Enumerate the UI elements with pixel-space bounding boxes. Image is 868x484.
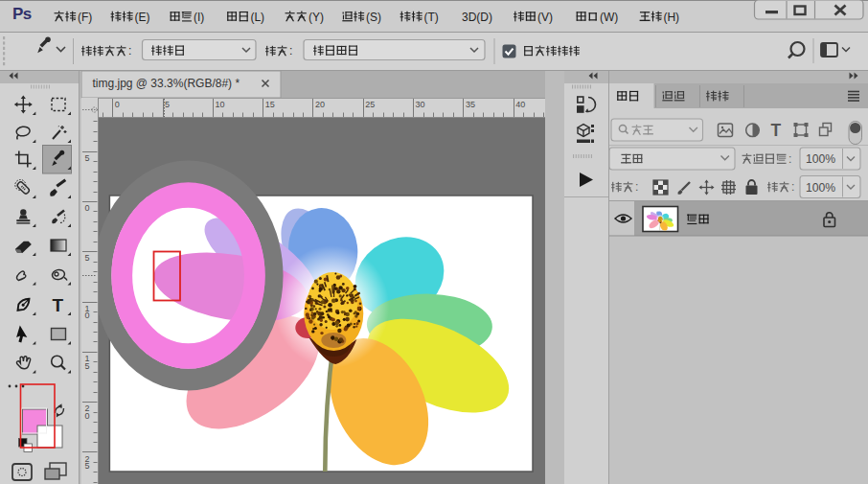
svg-text:0: 0 bbox=[85, 311, 90, 320]
svg-text:25: 25 bbox=[365, 100, 375, 109]
svg-text:0: 0 bbox=[85, 203, 90, 213]
svg-text:0: 0 bbox=[85, 411, 90, 421]
svg-text:(W): (W) bbox=[600, 11, 618, 24]
svg-text:5: 5 bbox=[85, 461, 90, 471]
svg-text:5: 5 bbox=[85, 253, 90, 263]
svg-text:Ps: Ps bbox=[12, 5, 32, 23]
svg-text:(F): (F) bbox=[78, 11, 92, 24]
svg-text:5: 5 bbox=[85, 153, 90, 163]
svg-text::: : bbox=[788, 152, 791, 166]
svg-text:(V): (V) bbox=[537, 11, 553, 24]
svg-text:10: 10 bbox=[215, 100, 224, 109]
svg-text:30: 30 bbox=[416, 100, 425, 109]
svg-text::: : bbox=[635, 180, 638, 194]
svg-text:35: 35 bbox=[466, 100, 475, 109]
svg-text:15: 15 bbox=[265, 100, 275, 109]
svg-text::: : bbox=[128, 44, 131, 58]
svg-text:0: 0 bbox=[115, 100, 120, 109]
svg-text:(H): (H) bbox=[663, 11, 679, 24]
svg-text:40: 40 bbox=[515, 100, 525, 109]
svg-text:(I): (I) bbox=[194, 11, 204, 24]
svg-text::: : bbox=[791, 180, 794, 194]
svg-text:3D(D): 3D(D) bbox=[462, 11, 492, 24]
svg-text:100%: 100% bbox=[806, 181, 835, 195]
svg-text:20: 20 bbox=[315, 100, 325, 109]
svg-text:(L): (L) bbox=[250, 11, 264, 24]
svg-text:timg.jpg @ 33.3%(RGB/8#) *: timg.jpg @ 33.3%(RGB/8#) * bbox=[93, 77, 240, 90]
svg-text:T: T bbox=[771, 121, 782, 140]
svg-text:(T): (T) bbox=[423, 11, 438, 24]
svg-text:100%: 100% bbox=[806, 152, 835, 166]
svg-text:(E): (E) bbox=[134, 11, 149, 24]
svg-text:(S): (S) bbox=[366, 11, 381, 24]
svg-text:(Y): (Y) bbox=[308, 11, 324, 24]
svg-text:5: 5 bbox=[85, 361, 90, 371]
svg-text::: : bbox=[289, 44, 292, 58]
svg-text:T: T bbox=[53, 295, 64, 315]
svg-text:5: 5 bbox=[165, 100, 170, 109]
